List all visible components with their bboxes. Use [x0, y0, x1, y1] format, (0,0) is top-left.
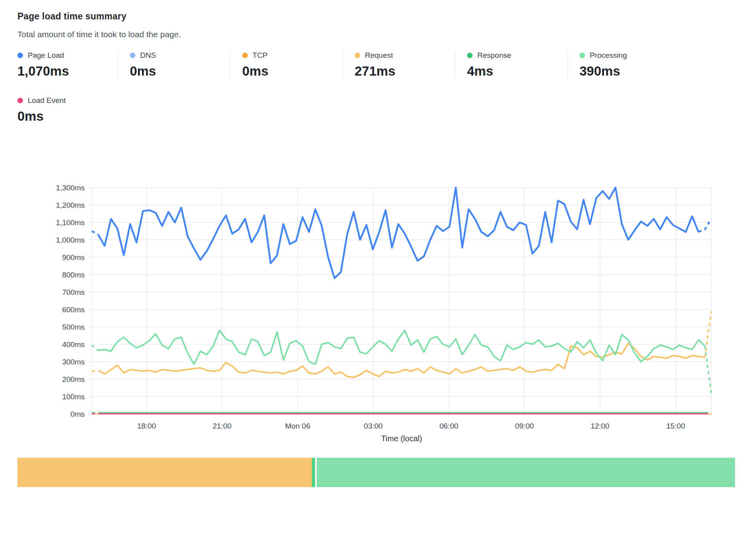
svg-text:12:00: 12:00 [591, 422, 610, 430]
metric-label: DNS [140, 51, 156, 60]
svg-text:15:00: 15:00 [666, 422, 685, 430]
metric-value: 390ms [579, 64, 669, 79]
metric-page-load[interactable]: Page Load 1,070ms [17, 51, 118, 79]
metrics-row: Page Load 1,070ms DNS 0ms TCP 0ms Reques… [17, 51, 756, 79]
load-event-dot-icon [17, 98, 23, 103]
metric-label: Page Load [28, 51, 64, 60]
metric-value: 0ms [242, 64, 332, 79]
navigator-left-segment[interactable] [17, 458, 312, 487]
metric-request[interactable]: Request 271ms [342, 51, 455, 79]
svg-text:1,000ms: 1,000ms [56, 236, 85, 244]
page-load-summary-panel: Page load time summary Total amount of t… [0, 11, 756, 487]
dns-dot-icon [130, 53, 135, 58]
navigator-divider[interactable] [312, 458, 315, 487]
svg-text:0ms: 0ms [70, 410, 85, 418]
metric-label: Processing [590, 51, 627, 60]
metric-label: Response [477, 51, 511, 60]
metric-value: 0ms [130, 64, 219, 79]
svg-text:700ms: 700ms [62, 288, 85, 296]
metric-value: 271ms [355, 64, 444, 79]
metric-label: Request [365, 51, 393, 60]
svg-text:1,300ms: 1,300ms [56, 184, 85, 192]
processing-dot-icon [579, 53, 585, 58]
svg-text:1,100ms: 1,100ms [56, 218, 85, 227]
svg-text:300ms: 300ms [62, 358, 85, 366]
time-range-navigator[interactable] [17, 458, 735, 487]
svg-text:400ms: 400ms [62, 340, 85, 349]
page-subtitle: Total amount of time it took to load the… [17, 30, 756, 39]
metric-processing[interactable]: Processing 390ms [567, 51, 680, 79]
load-time-chart[interactable]: 0ms100ms200ms300ms400ms500ms600ms700ms80… [0, 152, 756, 456]
response-dot-icon [467, 53, 473, 58]
metric-load-event[interactable]: Load Event 0ms [17, 96, 118, 124]
svg-text:Time (local): Time (local) [381, 434, 422, 443]
svg-text:1,200ms: 1,200ms [56, 201, 85, 209]
svg-text:06:00: 06:00 [439, 422, 458, 430]
svg-text:Mon 06: Mon 06 [285, 422, 310, 430]
svg-text:03:00: 03:00 [364, 422, 383, 430]
metric-label: Load Event [28, 96, 66, 105]
tcp-dot-icon [242, 53, 248, 58]
navigator-right-segment[interactable] [317, 458, 735, 487]
svg-text:500ms: 500ms [62, 323, 85, 331]
metric-value: 1,070ms [17, 64, 107, 79]
request-dot-icon [355, 53, 360, 58]
metric-value: 4ms [467, 64, 557, 79]
metrics-row-2: Load Event 0ms [17, 96, 756, 124]
svg-text:18:00: 18:00 [137, 422, 156, 430]
svg-text:100ms: 100ms [62, 393, 85, 401]
metric-dns[interactable]: DNS 0ms [118, 51, 230, 79]
svg-text:21:00: 21:00 [213, 422, 232, 430]
metric-value: 0ms [17, 109, 107, 124]
page-load-dot-icon [17, 53, 23, 58]
metric-tcp[interactable]: TCP 0ms [230, 51, 342, 79]
svg-text:600ms: 600ms [62, 305, 85, 314]
chart-area: 0ms100ms200ms300ms400ms500ms600ms700ms80… [0, 152, 756, 458]
svg-text:09:00: 09:00 [515, 422, 534, 430]
metric-response[interactable]: Response 4ms [455, 51, 567, 79]
svg-text:200ms: 200ms [62, 375, 85, 383]
page-title: Page load time summary [17, 11, 756, 22]
svg-text:900ms: 900ms [62, 253, 85, 262]
metric-label: TCP [253, 51, 268, 60]
svg-text:800ms: 800ms [62, 271, 85, 279]
